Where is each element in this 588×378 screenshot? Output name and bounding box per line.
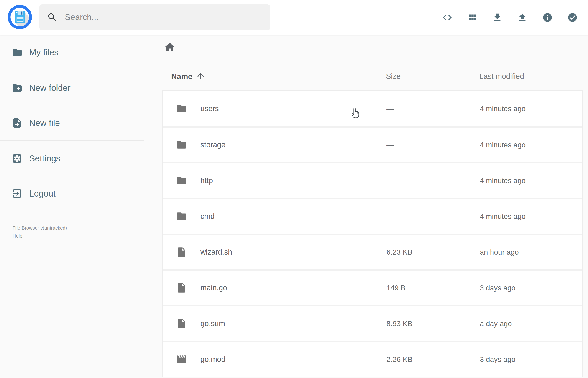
version-text: File Browser v(untracked) xyxy=(13,224,67,232)
sidebar-item-label: Settings xyxy=(29,154,60,163)
help-link[interactable]: Help xyxy=(13,232,67,240)
file-modified: 3 days ago xyxy=(480,284,516,292)
file-icon xyxy=(176,318,187,329)
search-bar[interactable] xyxy=(40,4,270,30)
folder-icon xyxy=(176,211,187,222)
file-listing: users — 4 minutes ago storage — 4 minute… xyxy=(162,90,583,377)
file-size: — xyxy=(387,176,394,185)
list-item-storage[interactable]: storage — 4 minutes ago xyxy=(163,126,582,162)
upload-button[interactable] xyxy=(517,12,528,23)
filebrowser-logo[interactable] xyxy=(8,5,32,29)
file-modified: 4 minutes ago xyxy=(480,104,526,113)
info-button[interactable] xyxy=(542,12,553,23)
file-name: main.go xyxy=(200,284,227,292)
logout-icon xyxy=(12,188,23,199)
folder-icon xyxy=(12,47,23,58)
sort-ascending-icon xyxy=(196,71,205,81)
settings-icon xyxy=(12,153,23,164)
file-size: — xyxy=(387,104,394,113)
file-name: cmd xyxy=(200,212,214,221)
column-header-modified[interactable]: Last modified xyxy=(479,72,524,81)
list-item-go.sum[interactable]: go.sum 8.93 KB a day ago xyxy=(163,305,582,341)
file-modified: 4 minutes ago xyxy=(480,176,526,185)
list-item-users[interactable]: users — 4 minutes ago xyxy=(163,91,582,126)
file-name: wizard.sh xyxy=(200,248,232,256)
file-name: go.mod xyxy=(200,355,226,364)
sidebar-footer: File Browser v(untracked) Help xyxy=(13,224,67,240)
sidebar-item-label: My files xyxy=(29,48,58,57)
file-name: storage xyxy=(200,140,226,149)
list-item-http[interactable]: http — 4 minutes ago xyxy=(163,162,582,198)
list-item-cmd[interactable]: cmd — 4 minutes ago xyxy=(163,198,582,234)
sidebar-item-label: New folder xyxy=(29,83,71,93)
folder-icon xyxy=(176,139,187,150)
main-content: Name Size Last modified users — 4 minute… xyxy=(144,35,588,378)
new-folder-icon xyxy=(12,82,23,93)
file-icon xyxy=(176,246,187,258)
list-item-go.mod[interactable]: go.mod 2.26 KB 3 days ago xyxy=(163,341,582,377)
search-icon xyxy=(47,12,57,23)
switch-view-button[interactable] xyxy=(467,12,478,23)
file-size: 8.93 KB xyxy=(387,320,413,328)
new-file-icon xyxy=(12,118,23,128)
select-multiple-button[interactable] xyxy=(567,12,578,23)
movie-icon xyxy=(176,354,187,365)
file-modified: an hour ago xyxy=(480,248,519,256)
listing-header: Name Size Last modified xyxy=(162,62,583,90)
file-name: go.sum xyxy=(200,319,225,328)
folder-icon xyxy=(176,175,187,186)
upload-icon xyxy=(517,12,528,23)
file-icon xyxy=(176,282,187,294)
floppy-disk-logo-icon xyxy=(8,5,32,29)
breadcrumb-home-button[interactable] xyxy=(163,41,176,54)
file-size: 6.23 KB xyxy=(387,248,413,256)
shell-button[interactable] xyxy=(442,12,453,23)
sidebar-item-settings[interactable]: Settings xyxy=(0,141,144,176)
sidebar-item-new-file[interactable]: New file xyxy=(0,106,144,140)
sidebar-item-label: New file xyxy=(29,118,60,128)
grid-view-icon xyxy=(467,12,478,23)
check-circle-icon xyxy=(567,12,578,23)
column-header-size[interactable]: Size xyxy=(386,72,401,81)
list-item-wizard.sh[interactable]: wizard.sh 6.23 KB an hour ago xyxy=(163,234,582,269)
info-icon xyxy=(542,12,553,23)
file-size: 2.26 KB xyxy=(387,355,413,364)
list-item-main.go[interactable]: main.go 149 B 3 days ago xyxy=(163,269,582,305)
file-name: http xyxy=(200,176,213,185)
sidebar-item-my-files[interactable]: My files xyxy=(0,35,144,70)
file-modified: 4 minutes ago xyxy=(480,212,526,221)
search-input[interactable] xyxy=(65,13,265,22)
download-icon xyxy=(492,12,503,23)
app-header xyxy=(0,0,588,35)
file-size: 149 B xyxy=(387,284,406,292)
sidebar-item-label: Logout xyxy=(29,189,55,199)
sidebar: My files New folder New file Settings Lo… xyxy=(0,35,144,378)
code-icon xyxy=(442,12,453,23)
column-header-name[interactable]: Name xyxy=(171,71,205,81)
file-modified: 3 days ago xyxy=(480,355,516,364)
download-button[interactable] xyxy=(492,12,503,23)
file-size: — xyxy=(387,212,394,221)
file-modified: 4 minutes ago xyxy=(480,141,526,149)
home-icon xyxy=(163,41,176,54)
file-modified: a day ago xyxy=(480,320,512,328)
header-actions xyxy=(442,0,578,35)
folder-icon xyxy=(176,103,187,114)
file-name: users xyxy=(200,104,219,113)
file-size: — xyxy=(387,141,394,149)
sidebar-item-logout[interactable]: Logout xyxy=(0,176,144,211)
sidebar-item-new-folder[interactable]: New folder xyxy=(0,70,144,106)
